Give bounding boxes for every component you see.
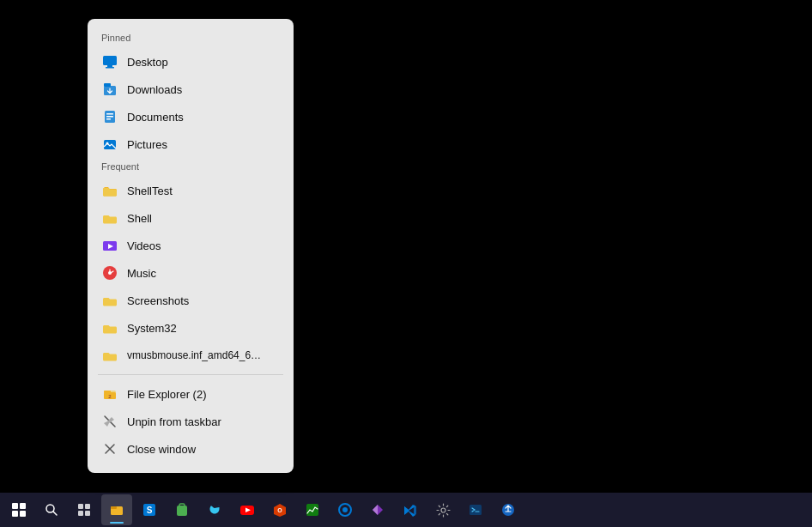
office-button[interactable]: O: [264, 494, 295, 525]
stocks-button[interactable]: [297, 494, 328, 525]
svg-line-24: [53, 512, 57, 515]
menu-item-vmusbmouse[interactable]: vmusbmouse.inf_amd64_64ac7a0a...: [88, 342, 294, 369]
windows-icon: [12, 503, 26, 517]
svg-text:O: O: [277, 507, 282, 513]
menu-item-pictures[interactable]: Pictures: [88, 130, 294, 158]
menu-item-close-window-label: Close window: [127, 443, 196, 456]
menu-item-videos[interactable]: Videos: [88, 232, 294, 259]
menu-item-downloads[interactable]: Downloads: [88, 76, 294, 103]
context-menu: Pinned Desktop Downloads: [88, 19, 294, 473]
svg-rect-28: [85, 511, 90, 516]
svg-rect-9: [106, 118, 111, 120]
pinned-label: Pinned: [88, 29, 294, 48]
menu-item-documents-label: Documents: [127, 111, 184, 124]
terminal-button[interactable]: [460, 494, 491, 525]
svg-rect-7: [106, 113, 113, 115]
menu-item-music[interactable]: Music: [88, 259, 294, 287]
visual-studio-icon: [370, 502, 385, 518]
extra-button[interactable]: [493, 494, 524, 525]
svg-point-40: [342, 507, 348, 512]
menu-item-downloads-label: Downloads: [127, 83, 182, 96]
start-button[interactable]: [3, 494, 34, 525]
system32-icon: [101, 319, 118, 336]
menu-item-system32-label: System32: [127, 322, 177, 335]
menu-item-file-explorer-label: File Explorer (2): [127, 388, 206, 401]
svg-rect-26: [85, 504, 90, 509]
youtube-button[interactable]: [232, 494, 263, 525]
terminal-icon: [468, 502, 483, 518]
shelltest-icon: [101, 182, 118, 199]
menu-divider: [98, 374, 283, 375]
vmusbmouse-icon: [101, 347, 118, 364]
svg-rect-38: [306, 504, 318, 516]
store-button[interactable]: S: [134, 494, 165, 525]
taskbar: S O: [0, 493, 812, 527]
canary-button[interactable]: [167, 494, 197, 525]
menu-item-desktop-label: Desktop: [127, 56, 168, 69]
edge-icon: [207, 502, 222, 518]
svg-rect-0: [103, 56, 117, 65]
taskview-button[interactable]: [69, 494, 100, 525]
pictures-icon: [101, 136, 118, 153]
shell-icon: [101, 209, 118, 227]
svg-rect-8: [106, 116, 113, 118]
menu-item-music-label: Music: [127, 267, 156, 280]
menu-item-close-window[interactable]: Close window: [88, 435, 294, 463]
close-window-icon: [101, 440, 118, 457]
svg-point-41: [441, 508, 445, 512]
svg-rect-25: [78, 504, 83, 509]
unpin-icon: [101, 413, 118, 430]
downloads-icon: [101, 81, 118, 98]
settings-icon: [436, 503, 451, 518]
menu-item-screenshots[interactable]: Screenshots: [88, 287, 294, 314]
file-explorer-taskbar-icon: [109, 502, 124, 518]
search-icon: [45, 503, 58, 517]
file-explorer-taskbar-button[interactable]: [101, 494, 132, 525]
screenshots-icon: [101, 292, 118, 309]
vscode-button[interactable]: [395, 494, 426, 525]
menu-item-shelltest[interactable]: ShellTest: [88, 177, 294, 204]
documents-icon: [101, 108, 118, 125]
menu-item-videos-label: Videos: [127, 239, 161, 252]
menu-item-system32[interactable]: System32: [88, 314, 294, 342]
office-icon: O: [272, 502, 288, 518]
taskview-icon: [77, 503, 91, 517]
svg-rect-27: [78, 511, 83, 516]
menu-item-pictures-label: Pictures: [127, 138, 167, 151]
svg-rect-2: [106, 67, 114, 69]
menu-item-desktop[interactable]: Desktop: [88, 48, 294, 76]
settings-button[interactable]: [427, 494, 458, 525]
youtube-icon: [239, 502, 255, 518]
svg-text:S: S: [147, 506, 153, 515]
menu-item-unpin-label: Unpin from taskbar: [127, 415, 221, 428]
canary-icon: [174, 502, 190, 518]
frequent-label: Frequent: [88, 158, 294, 177]
menu-item-documents[interactable]: Documents: [88, 103, 294, 130]
cortana-button[interactable]: [330, 494, 361, 525]
svg-rect-30: [111, 506, 117, 509]
menu-item-screenshots-label: Screenshots: [127, 294, 189, 307]
desktop-icon: [101, 53, 118, 70]
menu-item-vmusbmouse-label: vmusbmouse.inf_amd64_64ac7a0a...: [127, 349, 264, 361]
menu-item-shell[interactable]: Shell: [88, 204, 294, 232]
file-explorer-icon: 2: [101, 385, 118, 403]
videos-icon: [101, 237, 118, 254]
extra-icon: [500, 502, 516, 518]
stocks-icon: [305, 502, 320, 518]
music-icon: [101, 264, 118, 282]
cortana-icon: [337, 502, 353, 518]
menu-item-shell-label: Shell: [127, 212, 152, 225]
svg-rect-1: [107, 65, 112, 67]
store-icon: S: [142, 502, 157, 518]
search-button[interactable]: [36, 494, 67, 525]
menu-item-unpin[interactable]: Unpin from taskbar: [88, 408, 294, 435]
visual-studio-button[interactable]: [362, 494, 393, 525]
menu-item-file-explorer[interactable]: 2 File Explorer (2): [88, 380, 294, 408]
vscode-icon: [403, 502, 418, 518]
menu-item-shelltest-label: ShellTest: [127, 185, 173, 197]
edge-button[interactable]: [199, 494, 230, 525]
